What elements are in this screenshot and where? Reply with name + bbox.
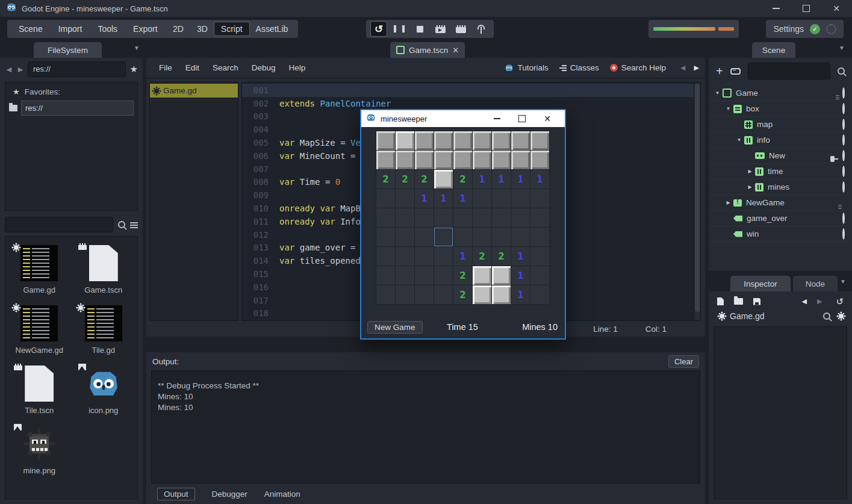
mine-cell-r5c7[interactable]: [492, 208, 511, 228]
minesweeper-maximize-button[interactable]: [509, 110, 535, 127]
instance-scene-icon[interactable]: [730, 68, 741, 75]
load-resource-icon[interactable]: [734, 298, 743, 305]
mine-cell-r8c9[interactable]: [530, 266, 550, 285]
mine-cell-r8c6[interactable]: [473, 266, 492, 285]
nav-back-icon[interactable]: ◀: [5, 66, 13, 73]
mine-cell-r2c2[interactable]: [396, 151, 415, 170]
minesweeper-titlebar[interactable]: minesweeper ✕: [361, 110, 565, 127]
mine-cell-r6c7[interactable]: [492, 228, 511, 247]
file-item-mine-png[interactable]: mine.png: [9, 425, 70, 475]
favorite-star-icon[interactable]: ★: [130, 64, 138, 75]
scene-dock-tab[interactable]: Scene: [752, 42, 795, 58]
mine-cell-r6c9[interactable]: [530, 228, 550, 247]
script-menu-debug[interactable]: Debug: [245, 63, 282, 72]
mine-cell-r3c4[interactable]: [434, 170, 453, 189]
mine-cell-r9c7[interactable]: [492, 285, 511, 305]
mine-cell-r4c6[interactable]: [473, 189, 492, 208]
bottom-tab-debugger[interactable]: Debugger: [212, 490, 247, 499]
object-history-icon[interactable]: ↺: [836, 297, 844, 306]
mine-cell-r5c4[interactable]: [434, 208, 453, 228]
new-resource-icon[interactable]: [717, 297, 724, 305]
mine-cell-r1c1[interactable]: [376, 131, 396, 151]
mine-cell-r2c1[interactable]: [376, 151, 396, 170]
mine-cell-r7c2[interactable]: [396, 247, 415, 266]
tree-node-map[interactable]: map: [711, 117, 850, 132]
mine-cell-r2c6[interactable]: [473, 151, 492, 170]
collapse-open-icon[interactable]: ▼: [724, 106, 732, 111]
mine-cell-r7c9[interactable]: [530, 247, 550, 266]
mine-cell-r4c8[interactable]: [511, 189, 530, 208]
eye-icon[interactable]: [842, 151, 845, 160]
scene-search-icon[interactable]: [838, 67, 845, 75]
workspace-tab-script[interactable]: Script: [214, 22, 249, 36]
eye-icon[interactable]: [842, 120, 845, 129]
tree-node-new[interactable]: New: [711, 148, 850, 164]
bottom-tab-output[interactable]: Output: [157, 488, 195, 500]
mine-cell-r3c3[interactable]: 2: [415, 170, 434, 189]
mine-cell-r8c7[interactable]: [492, 266, 511, 285]
mine-cell-r9c9[interactable]: [530, 285, 550, 305]
play-custom-scene-icon[interactable]: [453, 22, 468, 36]
mine-cell-r3c5[interactable]: 2: [453, 170, 473, 189]
file-item-game-gd[interactable]: Game.gd: [9, 244, 70, 294]
clear-button[interactable]: Clear: [668, 355, 699, 368]
mine-cell-r4c1[interactable]: [376, 189, 396, 208]
mine-cell-r1c8[interactable]: [511, 131, 530, 151]
tutorials-button[interactable]: Tutorials: [505, 63, 548, 72]
mine-cell-r6c8[interactable]: [511, 228, 530, 247]
new-game-button[interactable]: New Game: [367, 321, 423, 334]
scene-tab-game-tscn[interactable]: Game.tscn ✕: [390, 42, 465, 58]
menu-scene[interactable]: Scene: [11, 24, 51, 34]
dock-options-icon-right[interactable]: ▼: [839, 45, 845, 51]
eye-icon[interactable]: [842, 229, 845, 238]
mine-cell-r6c4[interactable]: [434, 228, 453, 247]
mine-cell-r9c2[interactable]: [396, 285, 415, 305]
mine-cell-r8c1[interactable]: [376, 266, 396, 285]
mine-cell-r4c9[interactable]: [530, 189, 550, 208]
file-item-tile-gd[interactable]: Tile.gd: [73, 304, 134, 355]
collapse-open-icon[interactable]: ▼: [735, 137, 743, 143]
tab-node[interactable]: Node: [793, 276, 838, 291]
mine-cell-r7c7[interactable]: 2: [492, 247, 511, 266]
mine-cell-r9c5[interactable]: 2: [453, 285, 473, 305]
stop-icon[interactable]: [412, 22, 428, 36]
mine-cell-r4c4[interactable]: 1: [434, 189, 453, 208]
mine-cell-r9c8[interactable]: 1: [511, 285, 530, 305]
list-view-icon[interactable]: [130, 222, 138, 228]
mine-cell-r4c3[interactable]: 1: [415, 189, 434, 208]
inspector-options-icon[interactable]: ▼: [840, 278, 846, 285]
path-input[interactable]: res://: [28, 61, 126, 77]
eye-icon[interactable]: [842, 135, 845, 145]
inspector-search-icon[interactable]: [823, 313, 830, 320]
mine-cell-r3c2[interactable]: 2: [396, 170, 415, 189]
bottom-tab-animation[interactable]: Animation: [264, 490, 300, 499]
mine-cell-r7c8[interactable]: 1: [511, 247, 530, 266]
minesweeper-minimize-button[interactable]: [484, 110, 509, 127]
mine-cell-r7c1[interactable]: [376, 247, 396, 266]
file-item-newgame-gd[interactable]: NewGame.gd: [9, 304, 70, 355]
tree-node-info[interactable]: ▼info: [711, 132, 850, 148]
eye-icon[interactable]: [842, 104, 845, 113]
editor-forward-icon[interactable]: ▶: [694, 64, 699, 72]
mine-cell-r3c6[interactable]: 1: [473, 170, 492, 189]
tree-node-game[interactable]: ▼Game: [711, 86, 850, 101]
workspace-tab-3d[interactable]: 3D: [190, 22, 214, 36]
history-forward-icon[interactable]: ▶: [817, 297, 822, 305]
mine-cell-r1c9[interactable]: [530, 131, 550, 151]
mine-cell-r5c1[interactable]: [376, 208, 396, 228]
script-menu-file[interactable]: File: [152, 63, 179, 72]
mine-cell-r8c2[interactable]: [396, 266, 415, 285]
mine-cell-r2c9[interactable]: [530, 151, 550, 170]
collapse-closed-icon[interactable]: ▶: [724, 200, 732, 205]
mine-cell-r7c5[interactable]: 1: [453, 247, 473, 266]
mine-cell-r3c8[interactable]: 1: [511, 170, 530, 189]
dock-options-icon-left[interactable]: ▼: [134, 45, 140, 51]
close-tab-icon[interactable]: ✕: [452, 46, 459, 55]
add-node-icon[interactable]: +: [716, 65, 723, 77]
mine-cell-r1c7[interactable]: [492, 131, 511, 151]
mine-cell-r7c4[interactable]: [434, 247, 453, 266]
mine-cell-r1c5[interactable]: [453, 131, 473, 151]
mine-cell-r4c7[interactable]: [492, 189, 511, 208]
tree-node-win[interactable]: win: [711, 226, 850, 242]
mine-cell-r9c1[interactable]: [376, 285, 396, 305]
